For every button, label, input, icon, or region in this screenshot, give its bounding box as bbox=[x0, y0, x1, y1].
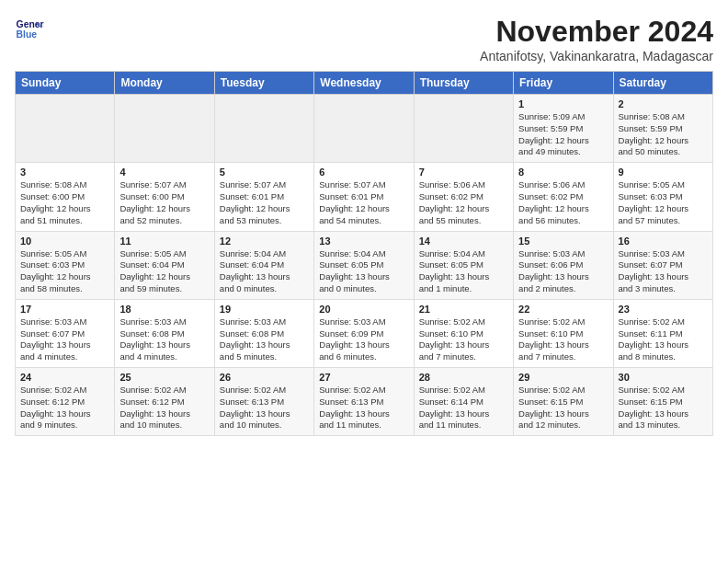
day-info: Sunrise: 5:06 AM Sunset: 6:02 PM Dayligh… bbox=[419, 179, 508, 226]
calendar-cell: 23Sunrise: 5:02 AM Sunset: 6:11 PM Dayli… bbox=[613, 299, 712, 367]
calendar-cell bbox=[214, 95, 313, 163]
day-number: 3 bbox=[20, 167, 109, 178]
calendar-cell: 29Sunrise: 5:02 AM Sunset: 6:15 PM Dayli… bbox=[514, 368, 613, 436]
day-number: 15 bbox=[518, 236, 608, 247]
calendar-cell: 8Sunrise: 5:06 AM Sunset: 6:02 PM Daylig… bbox=[514, 163, 613, 231]
calendar-week-1: 1Sunrise: 5:09 AM Sunset: 5:59 PM Daylig… bbox=[16, 95, 713, 163]
calendar-cell bbox=[314, 95, 414, 163]
day-info: Sunrise: 5:02 AM Sunset: 6:10 PM Dayligh… bbox=[419, 316, 508, 363]
day-number: 8 bbox=[518, 167, 608, 178]
calendar-table: SundayMondayTuesdayWednesdayThursdayFrid… bbox=[15, 71, 713, 436]
day-number: 21 bbox=[419, 304, 508, 315]
calendar-cell bbox=[16, 95, 115, 163]
day-info: Sunrise: 5:08 AM Sunset: 5:59 PM Dayligh… bbox=[619, 111, 708, 158]
calendar-cell: 11Sunrise: 5:05 AM Sunset: 6:04 PM Dayli… bbox=[115, 231, 214, 299]
day-number: 25 bbox=[119, 372, 209, 383]
day-number: 14 bbox=[419, 236, 508, 247]
calendar-cell: 14Sunrise: 5:04 AM Sunset: 6:05 PM Dayli… bbox=[414, 231, 513, 299]
day-number: 16 bbox=[619, 236, 708, 247]
day-number: 18 bbox=[119, 304, 209, 315]
day-info: Sunrise: 5:05 AM Sunset: 6:03 PM Dayligh… bbox=[20, 248, 109, 295]
calendar-cell: 13Sunrise: 5:04 AM Sunset: 6:05 PM Dayli… bbox=[314, 231, 414, 299]
day-info: Sunrise: 5:03 AM Sunset: 6:09 PM Dayligh… bbox=[319, 316, 408, 363]
day-info: Sunrise: 5:02 AM Sunset: 6:14 PM Dayligh… bbox=[419, 385, 508, 431]
calendar-cell: 16Sunrise: 5:03 AM Sunset: 6:07 PM Dayli… bbox=[613, 231, 712, 299]
day-number: 28 bbox=[419, 372, 508, 383]
weekday-header-saturday: Saturday bbox=[613, 72, 712, 95]
calendar-cell: 4Sunrise: 5:07 AM Sunset: 6:00 PM Daylig… bbox=[115, 163, 214, 231]
weekday-header-friday: Friday bbox=[514, 72, 613, 95]
calendar-cell: 7Sunrise: 5:06 AM Sunset: 6:02 PM Daylig… bbox=[414, 163, 513, 231]
day-info: Sunrise: 5:04 AM Sunset: 6:05 PM Dayligh… bbox=[419, 248, 508, 295]
weekday-header-thursday: Thursday bbox=[414, 72, 513, 95]
calendar-cell: 22Sunrise: 5:02 AM Sunset: 6:10 PM Dayli… bbox=[514, 299, 613, 367]
calendar-cell: 27Sunrise: 5:02 AM Sunset: 6:13 PM Dayli… bbox=[314, 368, 414, 436]
calendar-cell: 30Sunrise: 5:02 AM Sunset: 6:15 PM Dayli… bbox=[613, 368, 712, 436]
calendar-cell: 21Sunrise: 5:02 AM Sunset: 6:10 PM Dayli… bbox=[414, 299, 513, 367]
calendar-cell bbox=[115, 95, 214, 163]
calendar-cell: 25Sunrise: 5:02 AM Sunset: 6:12 PM Dayli… bbox=[115, 368, 214, 436]
calendar-cell: 20Sunrise: 5:03 AM Sunset: 6:09 PM Dayli… bbox=[314, 299, 414, 367]
title-area: November 2024 Antanifotsy, Vakinankaratr… bbox=[480, 15, 713, 63]
weekday-header-monday: Monday bbox=[115, 72, 214, 95]
day-info: Sunrise: 5:09 AM Sunset: 5:59 PM Dayligh… bbox=[518, 111, 608, 158]
day-info: Sunrise: 5:03 AM Sunset: 6:07 PM Dayligh… bbox=[619, 248, 708, 295]
day-info: Sunrise: 5:07 AM Sunset: 6:01 PM Dayligh… bbox=[319, 179, 408, 226]
day-info: Sunrise: 5:02 AM Sunset: 6:15 PM Dayligh… bbox=[518, 385, 608, 431]
day-info: Sunrise: 5:03 AM Sunset: 6:08 PM Dayligh… bbox=[119, 316, 209, 363]
day-info: Sunrise: 5:02 AM Sunset: 6:13 PM Dayligh… bbox=[319, 385, 408, 431]
day-number: 4 bbox=[119, 167, 209, 178]
day-info: Sunrise: 5:02 AM Sunset: 6:15 PM Dayligh… bbox=[619, 385, 708, 431]
calendar-cell: 26Sunrise: 5:02 AM Sunset: 6:13 PM Dayli… bbox=[214, 368, 313, 436]
day-info: Sunrise: 5:02 AM Sunset: 6:12 PM Dayligh… bbox=[119, 385, 209, 431]
day-info: Sunrise: 5:02 AM Sunset: 6:11 PM Dayligh… bbox=[619, 316, 708, 363]
day-number: 11 bbox=[119, 236, 209, 247]
calendar-cell: 18Sunrise: 5:03 AM Sunset: 6:08 PM Dayli… bbox=[115, 299, 214, 367]
weekday-header-tuesday: Tuesday bbox=[214, 72, 313, 95]
calendar-week-2: 3Sunrise: 5:08 AM Sunset: 6:00 PM Daylig… bbox=[16, 163, 713, 231]
month-title: November 2024 bbox=[480, 15, 713, 49]
calendar-week-4: 17Sunrise: 5:03 AM Sunset: 6:07 PM Dayli… bbox=[16, 299, 713, 367]
calendar-cell: 24Sunrise: 5:02 AM Sunset: 6:12 PM Dayli… bbox=[16, 368, 115, 436]
day-number: 26 bbox=[220, 372, 309, 383]
calendar-cell: 17Sunrise: 5:03 AM Sunset: 6:07 PM Dayli… bbox=[16, 299, 115, 367]
calendar-cell: 10Sunrise: 5:05 AM Sunset: 6:03 PM Dayli… bbox=[16, 231, 115, 299]
calendar-cell: 2Sunrise: 5:08 AM Sunset: 5:59 PM Daylig… bbox=[613, 95, 712, 163]
day-number: 29 bbox=[518, 372, 608, 383]
day-info: Sunrise: 5:04 AM Sunset: 6:05 PM Dayligh… bbox=[319, 248, 408, 295]
day-info: Sunrise: 5:02 AM Sunset: 6:12 PM Dayligh… bbox=[20, 385, 109, 431]
svg-text:General: General bbox=[17, 19, 44, 29]
day-number: 24 bbox=[20, 372, 109, 383]
calendar-cell: 15Sunrise: 5:03 AM Sunset: 6:06 PM Dayli… bbox=[514, 231, 613, 299]
day-number: 22 bbox=[518, 304, 608, 315]
day-info: Sunrise: 5:07 AM Sunset: 6:01 PM Dayligh… bbox=[220, 179, 309, 226]
calendar-cell: 1Sunrise: 5:09 AM Sunset: 5:59 PM Daylig… bbox=[514, 95, 613, 163]
day-number: 19 bbox=[220, 304, 309, 315]
day-info: Sunrise: 5:04 AM Sunset: 6:04 PM Dayligh… bbox=[220, 248, 309, 295]
day-info: Sunrise: 5:02 AM Sunset: 6:10 PM Dayligh… bbox=[518, 316, 608, 363]
day-info: Sunrise: 5:03 AM Sunset: 6:08 PM Dayligh… bbox=[220, 316, 309, 363]
day-info: Sunrise: 5:03 AM Sunset: 6:07 PM Dayligh… bbox=[20, 316, 109, 363]
logo-icon: General Blue bbox=[15, 15, 44, 44]
calendar-week-5: 24Sunrise: 5:02 AM Sunset: 6:12 PM Dayli… bbox=[16, 368, 713, 436]
day-number: 6 bbox=[319, 167, 408, 178]
svg-text:Blue: Blue bbox=[17, 29, 38, 40]
day-info: Sunrise: 5:03 AM Sunset: 6:06 PM Dayligh… bbox=[518, 248, 608, 295]
day-info: Sunrise: 5:06 AM Sunset: 6:02 PM Dayligh… bbox=[518, 179, 608, 226]
day-number: 1 bbox=[518, 98, 608, 109]
day-number: 23 bbox=[619, 304, 708, 315]
day-number: 9 bbox=[619, 167, 708, 178]
calendar-cell: 12Sunrise: 5:04 AM Sunset: 6:04 PM Dayli… bbox=[214, 231, 313, 299]
day-number: 12 bbox=[220, 236, 309, 247]
day-number: 10 bbox=[20, 236, 109, 247]
day-info: Sunrise: 5:07 AM Sunset: 6:00 PM Dayligh… bbox=[119, 179, 209, 226]
day-info: Sunrise: 5:05 AM Sunset: 6:04 PM Dayligh… bbox=[119, 248, 209, 295]
weekday-header-sunday: Sunday bbox=[16, 72, 115, 95]
day-number: 7 bbox=[419, 167, 508, 178]
calendar-cell: 19Sunrise: 5:03 AM Sunset: 6:08 PM Dayli… bbox=[214, 299, 313, 367]
day-number: 17 bbox=[20, 304, 109, 315]
day-info: Sunrise: 5:02 AM Sunset: 6:13 PM Dayligh… bbox=[220, 385, 309, 431]
day-number: 5 bbox=[220, 167, 309, 178]
calendar-cell: 28Sunrise: 5:02 AM Sunset: 6:14 PM Dayli… bbox=[414, 368, 513, 436]
day-number: 27 bbox=[319, 372, 408, 383]
